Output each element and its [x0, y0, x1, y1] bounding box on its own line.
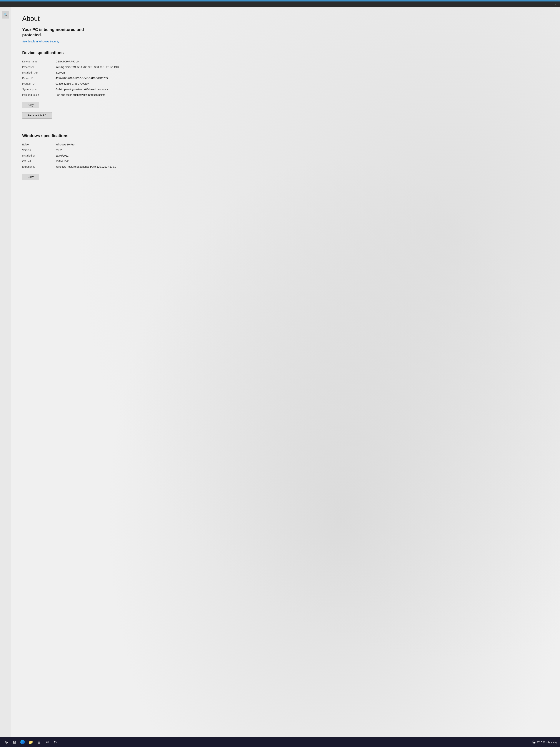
spec-value: 13/04/2022 [56, 154, 549, 157]
spec-label: Installed on [22, 154, 52, 157]
spec-label: Version [22, 148, 52, 152]
edge-button[interactable] [19, 739, 26, 746]
weather-text: 17°C Mostly sunny [537, 741, 557, 744]
windows-spec-table: EditionWindows 10 ProVersion21H2Installe… [22, 143, 549, 169]
spec-label: Product ID [22, 82, 52, 85]
spec-value: 64-bit operating system, x64-based proce… [56, 87, 549, 91]
store-button[interactable]: ⊞ [35, 739, 42, 746]
spec-value: 19044.1645 [56, 159, 549, 163]
gear-icon: ⚙ [54, 740, 57, 744]
spec-value: 00330-62856-97481-AAOEM [56, 82, 549, 85]
spec-label: Edition [22, 143, 52, 146]
taskbar-left: ⊙ ⊟ 📁 ⊞ ✉ ⚙ [3, 739, 58, 746]
title-bar: — □ [0, 1, 560, 7]
device-specs-title: Device specifications [22, 50, 549, 55]
rename-pc-button[interactable]: Rename this PC [22, 112, 52, 119]
spec-label: System type [22, 87, 52, 91]
settings-content: About Your PC is being monitored and pro… [11, 7, 560, 737]
spec-value: Intel(R) Core(TM) m3-6Y30 CPU @ 0.90GHz … [56, 65, 549, 69]
settings-button[interactable]: ⚙ [52, 739, 58, 746]
sidebar-strip: 🔍 [0, 7, 11, 737]
windows-buttons: Copy [22, 174, 549, 182]
mail-icon: ✉ [46, 740, 49, 744]
weather-info: 🌤 17°C Mostly sunny [532, 740, 557, 744]
top-bar [0, 0, 560, 1]
store-icon: ⊞ [37, 740, 41, 744]
spec-value: 4.00 GB [56, 71, 549, 75]
weather-icon: 🌤 [532, 740, 536, 744]
spec-value: Windows Feature Experience Pack 120.2212… [56, 165, 549, 169]
spec-label: Device ID [22, 76, 52, 80]
spec-label: Processor [22, 65, 52, 69]
security-link[interactable]: See details in Windows Security [22, 40, 59, 43]
task-view-icon: ⊟ [13, 740, 16, 744]
spec-value: 4652428E-6408-4B92-BE43-3AD0C04B6789 [56, 76, 549, 80]
spec-label: Experience [22, 165, 52, 169]
spec-label: Device name [22, 60, 52, 63]
device-copy-button[interactable]: Copy [22, 102, 39, 108]
security-status: Your PC is being monitored and protected… [22, 27, 100, 37]
spec-label: OS build [22, 159, 52, 163]
search-icon[interactable]: 🔍 [2, 11, 9, 19]
windows-logo-icon: ⊙ [5, 740, 8, 744]
spec-label: Installed RAM [22, 71, 52, 75]
spec-value: 21H2 [56, 148, 549, 152]
maximize-button[interactable]: □ [554, 2, 559, 7]
mail-button[interactable]: ✉ [44, 739, 50, 746]
spec-value: Windows 10 Pro [56, 143, 549, 146]
device-spec-table: Device nameDESKTOP-RP5CL0IProcessorIntel… [22, 60, 549, 97]
windows-copy-button[interactable]: Copy [22, 174, 39, 180]
folder-icon: 📁 [28, 740, 33, 744]
file-explorer-button[interactable]: 📁 [27, 739, 34, 746]
windows-specs-title: Windows specifications [22, 133, 549, 138]
minimize-button[interactable]: — [548, 2, 553, 7]
device-buttons: Copy Rename this PC [22, 102, 549, 126]
main-wrapper: 🔍 About Your PC is being monitored and p… [0, 7, 560, 737]
taskbar-right: 🌤 17°C Mostly sunny [532, 740, 557, 744]
taskbar: ⊙ ⊟ 📁 ⊞ ✉ ⚙ 🌤 17°C Mostly sunny [0, 737, 560, 747]
edge-icon [20, 740, 25, 744]
spec-value: Pen and touch support with 10 touch poin… [56, 93, 549, 97]
page-title: About [22, 15, 549, 23]
task-view-button[interactable]: ⊟ [11, 739, 18, 746]
spec-label: Pen and touch [22, 93, 52, 97]
spec-value: DESKTOP-RP5CL0I [56, 60, 549, 63]
start-button[interactable]: ⊙ [3, 739, 10, 746]
